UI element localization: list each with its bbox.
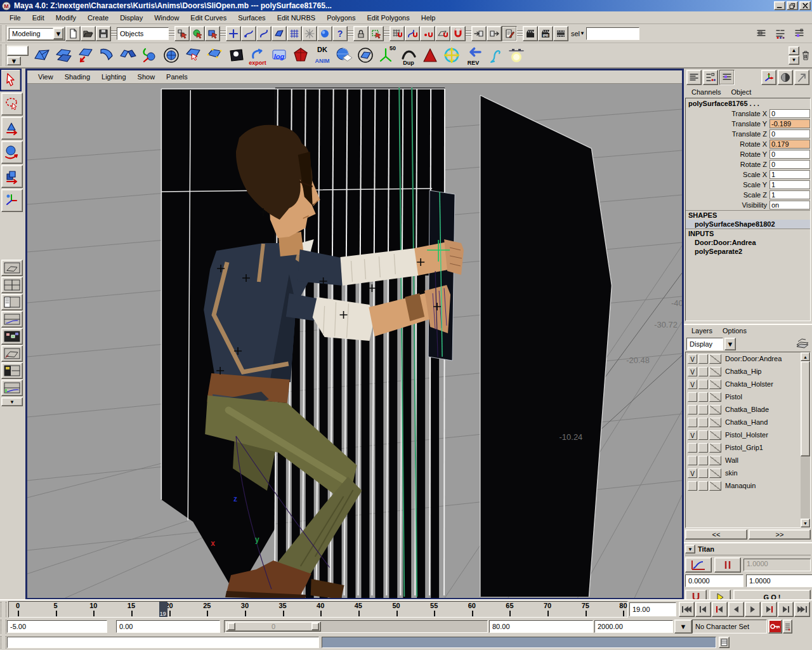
menu-object[interactable]: Object [727,88,755,96]
ipr-render-icon[interactable]: IPR [538,26,553,41]
layer-name[interactable]: Wall [723,456,738,464]
toggle-tool-settings-icon[interactable] [773,26,788,41]
time-slider[interactable]: 0510152025303540455055606570758019 [8,601,628,618]
layer-row-pistol-grip1[interactable]: Pistol_Grip1 [686,441,800,454]
layer-visibility-toggle[interactable]: V [688,367,697,376]
status-line-handle[interactable] [1,25,6,41]
layout-outliner-persp[interactable] [1,294,23,310]
restore-button[interactable] [787,1,798,10]
layer-scrollbar[interactable]: ▲ ▼ [801,352,810,527]
toolbar-separator[interactable] [220,27,226,41]
panel-menu-panels[interactable]: Panels [160,72,193,82]
script-editor-icon[interactable] [719,637,730,648]
layer-lock-toggle[interactable] [698,392,708,402]
layer-name[interactable]: Chakta_Holster [723,380,773,388]
toolbar-separator[interactable] [348,27,353,41]
layout-persp-only[interactable] [1,345,23,362]
layer-visibility-toggle[interactable]: V [688,354,697,364]
channel-value-translate-y[interactable]: -0.189 [769,119,810,128]
menu-edit[interactable]: Edit [27,13,50,23]
poly-bend-icon[interactable] [96,44,117,66]
layout-persp-graph-2[interactable] [1,380,23,396]
titan-graph-curve-icon[interactable] [685,557,712,573]
layer-color-swatch[interactable] [709,468,721,478]
channel-value-translate-x[interactable]: 0 [769,109,810,118]
viewport-canvas[interactable]: -40.96-30.72-20.48-10.24 x y z [27,84,682,598]
target-icon[interactable] [441,44,462,66]
mask-misc-icon[interactable]: ? [332,26,348,41]
menu-surfaces[interactable]: Surfaces [232,13,271,23]
titan-end-field[interactable] [746,574,812,587]
toolbar-separator[interactable] [517,27,523,41]
layer-lock-toggle[interactable] [698,418,708,427]
toolbar-separator[interactable] [169,27,174,41]
door-slab-right[interactable] [480,95,612,597]
trash-icon[interactable] [799,49,812,62]
layer-row-pistol[interactable]: Pistol [686,390,800,403]
layer-row-skin[interactable]: Vskin [686,467,800,479]
layer-visibility-toggle[interactable] [688,443,697,453]
ribbon-icon[interactable] [484,44,506,66]
layer-scroll-down-icon[interactable]: ▼ [801,519,810,527]
layer-color-swatch[interactable] [709,405,721,415]
lock-selection-icon[interactable] [353,26,369,41]
shelf-tab[interactable] [7,46,29,56]
poly-sheet-icon[interactable] [53,44,74,66]
new-layer-icon[interactable] [796,337,809,351]
layer-color-swatch[interactable] [709,430,721,440]
character-set-dropdown-icon[interactable]: ▼ [674,620,692,633]
layer-lock-toggle[interactable] [698,380,708,389]
snap-grid-icon[interactable] [390,26,405,41]
layer-row-chatka-hand[interactable]: Chatka_Hand [686,416,800,428]
input-node-door-door-andrea[interactable]: Door:Door:Andrea [686,238,810,247]
log-icon[interactable]: log [268,44,290,66]
mask-surfaces-icon[interactable] [272,26,287,41]
curve-pull-icon[interactable] [139,44,160,66]
layer-name[interactable]: Pistol [723,393,742,401]
snap-curve-icon[interactable] [405,26,420,41]
snap-magnet-icon[interactable] [450,26,466,41]
shelf-scroll-down-icon[interactable]: ▼ [789,56,799,65]
panel-menu-show[interactable]: Show [132,72,161,82]
layer-color-swatch[interactable] [709,354,721,364]
poly-sphere-circled-icon[interactable] [160,44,182,66]
layer-lock-toggle[interactable] [698,354,708,364]
command-line-input[interactable] [7,637,319,648]
rotate-tool[interactable] [1,141,23,164]
snap-plane-icon[interactable] [435,26,450,41]
layer-scroll-thumb[interactable] [801,361,810,456]
camera-dark-icon[interactable] [225,44,247,66]
channel-value-translate-z[interactable]: 0 [769,129,810,138]
dk-anim-icon[interactable]: DKANIM [311,44,333,66]
export-icon[interactable]: export [247,44,268,66]
layer-color-swatch[interactable] [709,380,721,389]
range-slider-bar[interactable]: 0 [226,621,321,632]
lasso-tool[interactable] [1,93,23,116]
layer-lock-toggle[interactable] [698,367,708,376]
auto-key-icon[interactable] [768,620,782,633]
highlight-selection-icon[interactable] [369,26,384,41]
step-back-key-button[interactable] [712,602,728,617]
play-forwards-button[interactable] [745,602,761,617]
poly-circled-2-icon[interactable] [355,44,376,66]
menu-help[interactable]: Help [416,13,442,23]
layer-visibility-toggle[interactable] [688,481,697,491]
layer-name[interactable]: Chatka_Hip [723,368,761,375]
titan-red-bars-icon[interactable] [714,557,741,573]
layer-visibility-toggle[interactable] [688,456,697,465]
select-component-icon[interactable] [205,26,220,41]
layer-page-forward-button[interactable]: >> [749,529,811,540]
menu-create[interactable]: Create [82,13,114,23]
channel-value-rotate-z[interactable]: 0 [769,160,810,169]
layer-color-swatch[interactable] [709,392,721,402]
minimize-button[interactable] [774,1,785,10]
menu-edit-curves[interactable]: Edit Curves [185,13,232,23]
color-axes-icon[interactable] [761,70,776,85]
go-to-start-button[interactable] [679,602,695,617]
layout-hypershade-persp[interactable] [1,362,23,379]
layer-name[interactable]: Pistol_Holster [723,431,768,439]
input-connections-icon[interactable] [471,26,487,41]
layer-visibility-toggle[interactable]: V [688,468,697,478]
mask-handles-icon[interactable] [241,26,256,41]
play-backwards-button[interactable] [728,602,744,617]
